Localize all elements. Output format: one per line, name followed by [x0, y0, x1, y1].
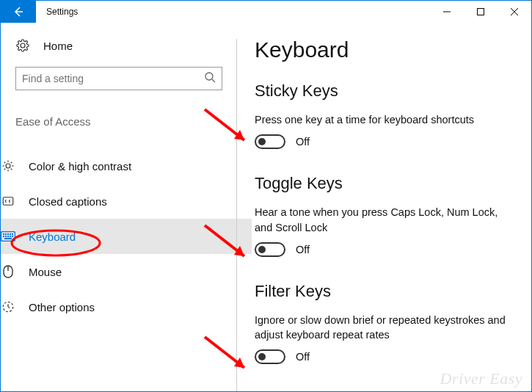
svg-rect-23 — [3, 236, 4, 237]
svg-rect-16 — [3, 197, 13, 206]
sidebar-item-label: Color & high contrast — [29, 160, 131, 173]
minimize-icon — [443, 8, 451, 15]
keyboard-icon — [1, 231, 15, 242]
svg-rect-25 — [7, 236, 9, 237]
svg-rect-20 — [7, 233, 9, 235]
svg-rect-28 — [4, 238, 12, 239]
svg-point-7 — [6, 164, 10, 168]
svg-point-5 — [205, 73, 213, 80]
search-icon — [204, 71, 216, 86]
back-arrow-icon — [12, 6, 24, 18]
section-desc-sticky-keys: Press one key at a time for keyboard sho… — [255, 112, 514, 127]
toggle-state-filter-keys: Off — [296, 351, 310, 363]
section-title-toggle-keys: Toggle Keys — [255, 174, 514, 193]
sidebar-item-label: Closed captions — [29, 195, 107, 208]
svg-line-12 — [4, 162, 6, 164]
toggle-state-toggle-keys: Off — [296, 244, 310, 255]
search-input[interactable] — [22, 73, 204, 84]
mouse-icon — [1, 265, 15, 278]
maximize-button[interactable] — [464, 1, 498, 23]
svg-line-14 — [4, 169, 6, 170]
svg-rect-2 — [478, 9, 484, 15]
toggle-knob — [258, 246, 266, 253]
sidebar-item-closed-captions[interactable]: Closed captions — [0, 184, 252, 219]
close-icon — [511, 8, 518, 15]
section-desc-filter-keys: Ignore or slow down brief or repeated ke… — [255, 313, 514, 343]
toggle-sticky-keys[interactable] — [255, 134, 285, 149]
svg-line-13 — [11, 169, 12, 170]
svg-rect-22 — [12, 233, 13, 235]
sidebar-item-label: Mouse — [29, 266, 62, 278]
svg-rect-19 — [5, 233, 7, 235]
toggle-toggle-keys[interactable] — [255, 242, 285, 257]
watermark-brand: Driver Easy — [440, 369, 522, 388]
page-title: Keyboard — [255, 37, 514, 62]
svg-rect-26 — [10, 236, 11, 237]
gear-icon — [15, 39, 30, 52]
svg-rect-24 — [5, 236, 7, 237]
section-title-filter-keys: Filter Keys — [255, 282, 514, 301]
minimize-button[interactable] — [430, 1, 464, 23]
clock-icon — [1, 300, 15, 313]
search-box[interactable] — [15, 67, 222, 90]
svg-rect-21 — [10, 233, 11, 235]
maximize-icon — [477, 8, 484, 15]
home-label: Home — [43, 40, 73, 52]
back-button[interactable] — [1, 1, 36, 23]
section-desc-toggle-keys: Hear a tone when you press Caps Lock, Nu… — [255, 205, 514, 235]
brightness-icon — [1, 159, 15, 173]
toggle-knob — [258, 138, 266, 145]
sidebar-item-other-options[interactable]: Other options — [0, 289, 252, 324]
closed-captions-icon — [1, 195, 15, 208]
toggle-state-sticky-keys: Off — [296, 136, 310, 148]
svg-rect-18 — [3, 233, 4, 235]
category-title: Ease of Access — [15, 115, 222, 128]
home-nav[interactable]: Home — [15, 39, 222, 52]
svg-rect-27 — [12, 236, 13, 237]
svg-line-6 — [212, 79, 215, 82]
sidebar-item-label: Other options — [29, 301, 95, 313]
sidebar-item-color-contrast[interactable]: Color & high contrast — [0, 148, 252, 184]
toggle-knob — [258, 353, 266, 360]
window-title: Settings — [36, 1, 430, 23]
sidebar-item-label: Keyboard — [29, 231, 76, 243]
toggle-filter-keys[interactable] — [255, 349, 285, 364]
section-title-sticky-keys: Sticky Keys — [255, 81, 514, 101]
close-button[interactable] — [498, 1, 531, 23]
sidebar-item-keyboard[interactable]: Keyboard — [0, 219, 252, 254]
svg-line-15 — [11, 162, 12, 164]
vertical-divider — [236, 39, 237, 391]
sidebar-item-mouse[interactable]: Mouse — [0, 254, 252, 289]
